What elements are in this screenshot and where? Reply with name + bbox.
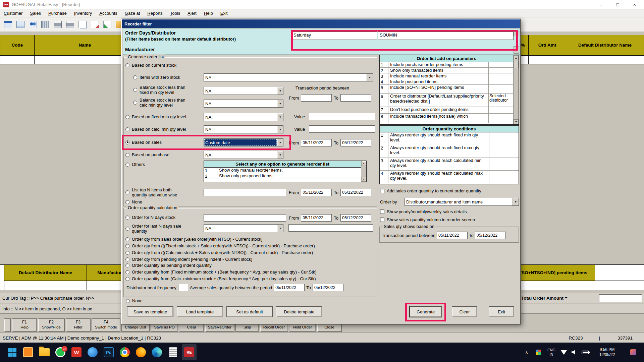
clear-button[interactable]: Clear — [452, 306, 477, 317]
copy-icon[interactable] — [77, 19, 88, 30]
order-by-combo[interactable]: Distributor,manufacturer and item name▼ — [405, 198, 519, 206]
radio-button[interactable] — [125, 153, 129, 157]
scrollbar[interactable]: ▲ ▼ — [513, 55, 519, 124]
last-n-days-input[interactable] — [288, 224, 373, 232]
fkey-blank[interactable] — [4, 318, 11, 332]
table-row[interactable]: 5Include [SO+NTSO+IN] pending items — [380, 85, 513, 94]
top-n-input[interactable] — [204, 189, 286, 196]
chevron-down-icon[interactable]: ▼ — [277, 151, 283, 159]
option-fixed-min-qty[interactable]: Based on fixed min qty level — [125, 114, 186, 119]
close-button[interactable]: × — [633, 2, 636, 7]
distributor-field[interactable]: SOUMIN — [378, 32, 514, 40]
table-row[interactable]: 2Show only transacted items — [380, 68, 513, 73]
sales-to-input[interactable] — [340, 139, 371, 146]
option-qty-beat-calc[interactable]: Order quantity from (Calc. minimum stock… — [125, 276, 316, 281]
load-template-button[interactable]: Load template — [177, 306, 223, 317]
beat-frequency-input[interactable] — [178, 284, 188, 291]
radio-button[interactable] — [125, 237, 129, 241]
radio-button[interactable] — [125, 216, 129, 220]
balance-calc-combo[interactable]: NA▼ — [204, 100, 283, 108]
menu-tools[interactable]: Tools — [166, 11, 184, 16]
avg-from-input[interactable] — [274, 284, 305, 291]
n-days-input[interactable] — [204, 214, 286, 222]
chevron-down-icon[interactable]: ▼ — [367, 74, 373, 81]
radio-button[interactable] — [125, 263, 129, 267]
avg-to-input[interactable] — [313, 284, 343, 291]
customers-icon[interactable] — [28, 19, 38, 30]
radio-button[interactable] — [125, 251, 129, 255]
chevron-down-icon[interactable]: ▼ — [277, 113, 283, 121]
grid-cell[interactable] — [4, 281, 87, 290]
maximize-button[interactable]: □ — [616, 2, 619, 7]
option-none-generate[interactable]: None — [125, 199, 142, 204]
chevron-down-icon[interactable]: ▼ — [277, 87, 283, 95]
app-icon-orange[interactable] — [21, 344, 36, 360]
notepad-icon[interactable] — [166, 344, 180, 360]
table-row[interactable]: 4Include postponed items — [380, 79, 513, 85]
table-row[interactable]: 7Don't load purchase order pending items — [380, 107, 513, 114]
app-icon-blue[interactable] — [85, 344, 100, 360]
chevron-down-icon[interactable]: ▼ — [277, 100, 283, 107]
table-row[interactable]: 3Include manual reorder items — [380, 73, 513, 79]
option-others[interactable]: Others — [125, 162, 145, 167]
table-row[interactable]: 1Include purchase order pending items — [380, 62, 513, 68]
tray-chevron-icon[interactable]: ∧ — [522, 344, 531, 360]
scrollbar-thumb[interactable] — [514, 61, 519, 68]
table-row[interactable]: 1Always reorder qty should reach fixed m… — [380, 132, 519, 145]
add-sales-order-checkbox[interactable]: Add sales order quantity to current orde… — [380, 188, 481, 193]
menu-exit[interactable]: Exit — [217, 11, 231, 16]
dialog-titlebar[interactable]: Reorder filter — [122, 19, 520, 28]
table-row[interactable]: 6Order to distributor [Default/Last supp… — [380, 94, 513, 107]
chevron-down-icon[interactable]: ▼ — [277, 139, 283, 146]
table-row[interactable]: 3Always reorder qty should reach calcula… — [380, 158, 519, 171]
scroll-down-icon[interactable]: ▼ — [361, 177, 366, 182]
document-icon[interactable] — [90, 19, 100, 30]
transaction-from-input[interactable] — [301, 94, 332, 102]
purchase-combo[interactable]: NA▼ — [204, 151, 283, 159]
wifi-icon[interactable] — [559, 344, 569, 360]
zero-stock-combo[interactable]: NA▼ — [204, 73, 373, 81]
exit-button[interactable]: Exit — [489, 306, 514, 317]
option-based-on-current-stock[interactable]: Based on current stock — [125, 63, 176, 68]
radio-button[interactable] — [125, 277, 129, 281]
generate-button[interactable]: Generate — [410, 306, 442, 317]
scroll-up-icon[interactable]: ▲ — [514, 55, 519, 60]
table-row[interactable]: 1 Show only manual reorder items. — [204, 168, 361, 173]
calc-min-value-input[interactable] — [309, 125, 375, 133]
menu-reports[interactable]: Reports — [144, 11, 166, 16]
option-n-days-stock[interactable]: Order for N days stock — [125, 215, 175, 220]
transaction-to-input[interactable] — [340, 94, 371, 102]
radio-button[interactable] — [133, 88, 137, 92]
option-qty-pending-indent[interactable]: Order qty from pending indent [Pending i… — [125, 257, 252, 262]
grid-cell[interactable] — [566, 55, 644, 64]
language-indicator[interactable]: ENGIN — [545, 344, 558, 360]
radio-button[interactable] — [133, 101, 137, 105]
option-based-on-purchase[interactable]: Based on purchase — [125, 152, 169, 157]
option-qty-as-pending-indent[interactable]: Order quantity as pending indent quantit… — [125, 263, 212, 268]
option-qty-fixed-formula[interactable]: Order qty from (((Fixed min.stock + Sale… — [125, 243, 315, 248]
menu-sales[interactable]: Sales — [26, 11, 45, 16]
sales-from-input[interactable] — [301, 139, 332, 146]
option-none-qty[interactable]: None — [126, 298, 143, 303]
volume-icon[interactable] — [570, 344, 580, 360]
scroll-up-icon[interactable]: ▲ — [361, 161, 366, 166]
clock[interactable]: 9:56 PM12/05/22 — [592, 344, 623, 360]
grid-cell[interactable] — [528, 55, 566, 64]
menu-purchase[interactable]: Purchase — [45, 11, 70, 16]
menu-customer[interactable]: Customer — [0, 11, 26, 16]
fkey-f1[interactable]: F1Help — [12, 318, 37, 332]
menu-alert[interactable]: Alert — [184, 11, 200, 16]
tray-grid-icon[interactable] — [533, 344, 543, 360]
menu-gaze-at[interactable]: Gaze at — [121, 11, 144, 16]
balance-fixed-combo[interactable]: NA▼ — [204, 87, 283, 95]
table-row[interactable]: 8Include transacted items(not sale) whic… — [380, 114, 513, 123]
save-as-template-button[interactable]: Save as template — [127, 306, 173, 317]
radio-button-selected[interactable] — [125, 140, 129, 144]
chevron-down-icon[interactable]: ▼ — [277, 225, 283, 232]
notification-icon[interactable] — [628, 344, 639, 360]
manufacturer-dropdown-icon[interactable]: ▼ — [514, 46, 519, 54]
radio-button[interactable] — [125, 244, 129, 248]
calc-min-combo[interactable]: NA▼ — [204, 125, 283, 133]
export-icon[interactable] — [102, 19, 113, 30]
table-row[interactable]: 2 Show only postponed items. — [204, 173, 361, 179]
